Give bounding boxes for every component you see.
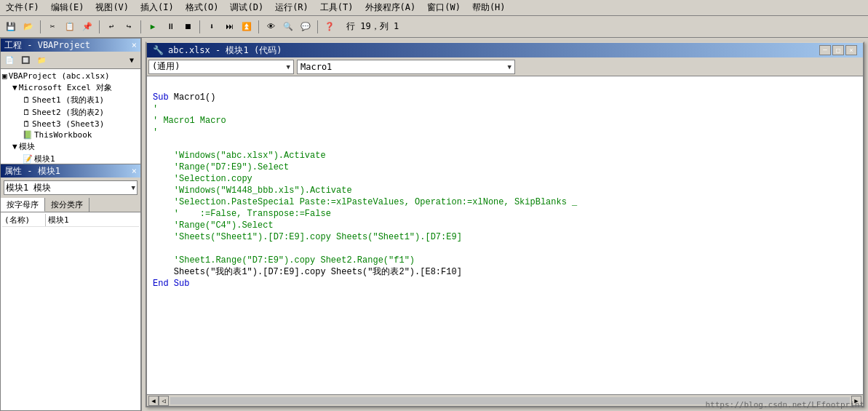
project-title: 工程 - VBAProject <box>4 39 90 52</box>
tree-item-project[interactable]: ▣ VBAProject (abc.xlsx) <box>2 71 139 81</box>
properties-dropdown-label: 模块1 模块 <box>6 182 51 194</box>
prop-name-value[interactable]: 模块1 <box>46 214 71 226</box>
tb-paste[interactable]: 📌 <box>79 19 95 35</box>
scroll-left-btn[interactable]: ◀ <box>148 396 159 406</box>
project-tree: ▣ VBAProject (abc.xlsx) ▼ Microsoft Exce… <box>1 69 140 164</box>
properties-tabs: 按字母序 按分类序 <box>1 198 140 212</box>
tb-sep3 <box>140 20 141 33</box>
status-bar: 行 19，列 1 <box>346 20 399 33</box>
menu-view[interactable]: 视图(V) <box>92 1 132 15</box>
menu-file[interactable]: 文件(F) <box>3 1 42 15</box>
tree-item-modules-folder[interactable]: ▼ 模块 <box>2 140 139 153</box>
menu-help[interactable]: 帮助(H) <box>469 1 509 15</box>
tb-stop[interactable]: ⏹ <box>180 19 196 35</box>
code-window-titlebar: 🔧abc.xlsx - 模块1 (代码) ─ □ × <box>147 43 863 57</box>
tb-sep4 <box>199 20 200 33</box>
project-tb-expand[interactable]: ▼ <box>124 53 139 66</box>
tb-open[interactable]: 📂 <box>20 19 36 35</box>
code-dropdown-left-arrow: ▼ <box>287 63 290 71</box>
project-titlebar: 工程 - VBAProject × <box>1 39 140 52</box>
tb-sep5 <box>258 20 259 33</box>
code-editor-container: 🔧abc.xlsx - 模块1 (代码) ─ □ × (通用) ▼ Macro1… <box>146 41 864 407</box>
tb-step-out[interactable]: ⏫ <box>239 19 255 35</box>
scroll-left2-btn[interactable]: ◁ <box>159 396 169 406</box>
watermark: https://blog.csdn.net/LFfootprint <box>705 400 864 410</box>
tree-item-module1[interactable]: 📝 模块1 <box>2 153 139 164</box>
left-panel: 工程 - VBAProject × 📄 🔲 📁 ▼ ▣ VBAProject (… <box>0 38 142 411</box>
tree-item-sheet3[interactable]: 🗒 Sheet3 (Sheet3) <box>2 119 139 129</box>
code-area: Sub Macro1() ' ' Macro1 Macro ' 'Windows… <box>147 76 863 394</box>
tree-item-sheet1[interactable]: 🗒 Sheet1 (我的表1) <box>2 94 139 106</box>
code-window-close[interactable]: × <box>845 45 857 55</box>
properties-titlebar: 属性 - 模块1 × <box>1 164 140 177</box>
tab-alpha[interactable]: 按字母序 <box>1 198 45 212</box>
tb-sep6 <box>317 20 318 33</box>
tb-immediate[interactable]: 💬 <box>298 19 314 35</box>
project-panel-toolbar: 📄 🔲 📁 ▼ <box>1 52 140 69</box>
tb-sep1 <box>40 20 41 33</box>
tb-copy[interactable]: 📋 <box>62 19 78 35</box>
properties-title: 属性 - 模块1 <box>4 165 60 177</box>
properties-dropdown[interactable]: 模块1 模块 ▼ <box>4 180 138 195</box>
code-dropdown-right[interactable]: Macro1 ▼ <box>297 60 515 74</box>
menu-window[interactable]: 窗口(W) <box>424 1 463 15</box>
code-dropdown-right-arrow: ▼ <box>508 63 511 71</box>
tb-watch[interactable]: 👁 <box>263 19 279 35</box>
props-name-row: (名称) 模块1 <box>2 214 139 227</box>
code-dropdown-left-label: (通用) <box>152 60 180 73</box>
code-dropdown-left[interactable]: (通用) ▼ <box>148 60 294 74</box>
tree-item-sheet2[interactable]: 🗒 Sheet2 (我的表2) <box>2 106 139 119</box>
tb-help[interactable]: ❓ <box>322 19 338 35</box>
tb-pause[interactable]: ⏸ <box>162 19 178 35</box>
menu-insert[interactable]: 插入(I) <box>138 1 177 15</box>
tb-sep2 <box>99 20 100 33</box>
menu-format[interactable]: 格式(O) <box>183 1 222 15</box>
code-text-area[interactable]: Sub Macro1() ' ' Macro1 Macro ' 'Windows… <box>147 76 863 394</box>
project-explorer: 工程 - VBAProject × 📄 🔲 📁 ▼ ▣ VBAProject (… <box>0 38 141 164</box>
code-window-buttons: ─ □ × <box>819 45 857 55</box>
properties-dropdown-arrow: ▼ <box>132 184 135 191</box>
tab-category[interactable]: 按分类序 <box>45 198 89 212</box>
project-tb-view-obj[interactable]: 🔲 <box>18 53 33 66</box>
prop-name-label: (名称) <box>2 214 46 226</box>
code-window-maximize[interactable]: □ <box>832 45 844 55</box>
menu-edit[interactable]: 编辑(E) <box>48 1 87 15</box>
tb-save[interactable]: 💾 <box>3 19 19 35</box>
tb-cut[interactable]: ✂ <box>44 19 60 35</box>
properties-content: (名称) 模块1 <box>1 212 140 410</box>
project-tb-view-code[interactable]: 📄 <box>2 53 17 66</box>
code-toolbar: (通用) ▼ Macro1 ▼ <box>147 57 863 76</box>
code-window: 🔧abc.xlsx - 模块1 (代码) ─ □ × (通用) ▼ Macro1… <box>146 41 864 407</box>
code-window-minimize[interactable]: ─ <box>819 45 831 55</box>
tb-locals[interactable]: 🔍 <box>280 19 296 35</box>
tree-item-thisworkbook[interactable]: 📗 ThisWorkbook <box>2 129 139 140</box>
main-area: 工程 - VBAProject × 📄 🔲 📁 ▼ ▣ VBAProject (… <box>0 38 868 411</box>
code-dropdown-right-label: Macro1 <box>300 62 332 72</box>
menu-addins[interactable]: 外接程序(A) <box>362 1 419 15</box>
project-close-btn[interactable]: × <box>132 40 137 50</box>
properties-close-btn[interactable]: × <box>132 166 137 176</box>
project-tb-toggle-folders[interactable]: 📁 <box>34 53 49 66</box>
toolbar: 💾 📂 ✂ 📋 📌 ↩ ↪ ▶ ⏸ ⏹ ⬇ ⏭ ⏫ 👁 🔍 💬 ❓ 行 19，列… <box>0 16 868 38</box>
tb-step[interactable]: ⬇ <box>204 19 220 35</box>
tb-step-over[interactable]: ⏭ <box>221 19 237 35</box>
code-window-title: 🔧abc.xlsx - 模块1 (代码) <box>153 44 282 57</box>
menu-debug[interactable]: 调试(D) <box>227 1 266 15</box>
tb-redo[interactable]: ↪ <box>121 19 137 35</box>
properties-panel: 属性 - 模块1 × 模块1 模块 ▼ 按字母序 按分类序 (名称) 模块1 <box>0 164 141 411</box>
tb-run[interactable]: ▶ <box>145 19 161 35</box>
menu-bar: 文件(F) 编辑(E) 视图(V) 插入(I) 格式(O) 调试(D) 运行(R… <box>0 0 868 16</box>
menu-run[interactable]: 运行(R) <box>272 1 311 15</box>
tree-item-excel-objects[interactable]: ▼ Microsoft Excel 对象 <box>2 81 139 94</box>
tb-undo[interactable]: ↩ <box>103 19 119 35</box>
menu-tools[interactable]: 工具(T) <box>317 1 357 15</box>
